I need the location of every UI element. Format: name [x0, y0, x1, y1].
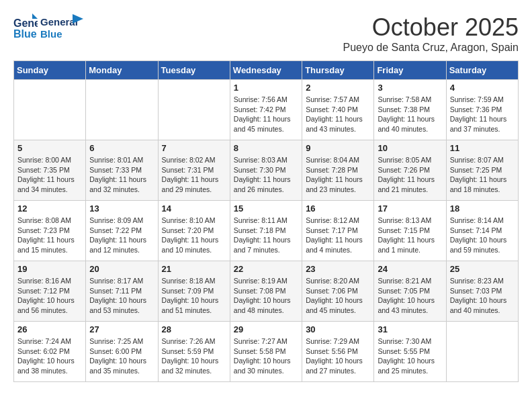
day-number: 1 [234, 83, 298, 93]
calendar-cell: 22Sunrise: 8:19 AM Sunset: 7:08 PM Dayli… [230, 261, 302, 322]
day-info: Sunrise: 8:14 AM Sunset: 7:14 PM Dayligh… [450, 216, 515, 255]
day-info: Sunrise: 8:07 AM Sunset: 7:25 PM Dayligh… [450, 155, 515, 195]
calendar-cell: 2Sunrise: 7:57 AM Sunset: 7:40 PM Daylig… [302, 80, 374, 140]
day-number: 30 [306, 324, 370, 334]
day-number: 14 [162, 203, 226, 214]
day-number: 29 [234, 324, 298, 334]
day-header-sunday: Sunday [14, 61, 86, 80]
day-number: 3 [378, 83, 442, 93]
logo-arrow-icon [73, 14, 83, 24]
week-row-4: 19Sunrise: 8:16 AM Sunset: 7:12 PM Dayli… [14, 261, 519, 322]
day-header-thursday: Thursday [302, 61, 374, 80]
calendar-cell: 15Sunrise: 8:11 AM Sunset: 7:18 PM Dayli… [230, 201, 302, 261]
day-number: 26 [17, 324, 82, 334]
day-info: Sunrise: 7:29 AM Sunset: 5:56 PM Dayligh… [306, 336, 370, 376]
calendar-cell: 20Sunrise: 8:17 AM Sunset: 7:11 PM Dayli… [86, 261, 158, 322]
day-number: 19 [17, 264, 82, 274]
location: Pueyo de Santa Cruz, Aragon, Spain [343, 42, 519, 54]
calendar-cell: 14Sunrise: 8:10 AM Sunset: 7:20 PM Dayli… [158, 201, 230, 261]
calendar-cell: 10Sunrise: 8:05 AM Sunset: 7:26 PM Dayli… [374, 140, 446, 201]
calendar-cell [446, 322, 518, 382]
calendar-cell: 5Sunrise: 8:00 AM Sunset: 7:35 PM Daylig… [14, 140, 86, 201]
day-number: 11 [450, 143, 515, 153]
calendar-cell: 12Sunrise: 8:08 AM Sunset: 7:23 PM Dayli… [14, 201, 86, 261]
calendar-cell: 26Sunrise: 7:24 AM Sunset: 6:02 PM Dayli… [14, 322, 86, 382]
day-info: Sunrise: 8:03 AM Sunset: 7:30 PM Dayligh… [234, 155, 298, 195]
calendar-body: 1Sunrise: 7:56 AM Sunset: 7:42 PM Daylig… [14, 80, 519, 382]
calendar-cell: 25Sunrise: 8:23 AM Sunset: 7:03 PM Dayli… [446, 261, 518, 322]
logo-line2: Blue [40, 28, 78, 40]
day-info: Sunrise: 7:27 AM Sunset: 5:58 PM Dayligh… [234, 336, 298, 376]
calendar-cell: 29Sunrise: 7:27 AM Sunset: 5:58 PM Dayli… [230, 322, 302, 382]
calendar-cell: 11Sunrise: 8:07 AM Sunset: 7:25 PM Dayli… [446, 140, 518, 201]
day-info: Sunrise: 8:04 AM Sunset: 7:28 PM Dayligh… [306, 155, 370, 195]
day-number: 8 [234, 143, 298, 153]
day-number: 24 [378, 264, 442, 274]
month-title: October 2025 [343, 13, 519, 42]
svg-text:General: General [13, 17, 38, 29]
day-info: Sunrise: 8:16 AM Sunset: 7:12 PM Dayligh… [17, 276, 82, 316]
day-info: Sunrise: 8:02 AM Sunset: 7:31 PM Dayligh… [162, 155, 226, 195]
day-info: Sunrise: 8:18 AM Sunset: 7:09 PM Dayligh… [162, 276, 226, 316]
day-info: Sunrise: 7:26 AM Sunset: 5:59 PM Dayligh… [162, 336, 226, 376]
day-info: Sunrise: 8:17 AM Sunset: 7:11 PM Dayligh… [89, 276, 154, 316]
day-number: 18 [450, 203, 515, 214]
day-number: 4 [450, 83, 515, 93]
day-number: 27 [89, 324, 154, 334]
calendar-cell [14, 80, 86, 140]
logo-icon: General Blue [13, 13, 38, 40]
week-row-3: 12Sunrise: 8:08 AM Sunset: 7:23 PM Dayli… [14, 201, 519, 261]
day-number: 22 [234, 264, 298, 274]
calendar-cell: 3Sunrise: 7:58 AM Sunset: 7:38 PM Daylig… [374, 80, 446, 140]
day-info: Sunrise: 8:01 AM Sunset: 7:33 PM Dayligh… [89, 155, 154, 195]
day-info: Sunrise: 7:30 AM Sunset: 5:55 PM Dayligh… [378, 336, 442, 376]
calendar-cell: 28Sunrise: 7:26 AM Sunset: 5:59 PM Dayli… [158, 322, 230, 382]
week-row-2: 5Sunrise: 8:00 AM Sunset: 7:35 PM Daylig… [14, 140, 519, 201]
day-info: Sunrise: 7:57 AM Sunset: 7:40 PM Dayligh… [306, 95, 370, 134]
day-number: 31 [378, 324, 442, 334]
day-info: Sunrise: 8:20 AM Sunset: 7:06 PM Dayligh… [306, 276, 370, 316]
day-number: 5 [17, 143, 82, 153]
calendar-cell: 6Sunrise: 8:01 AM Sunset: 7:33 PM Daylig… [86, 140, 158, 201]
svg-marker-3 [73, 14, 83, 24]
calendar-cell: 19Sunrise: 8:16 AM Sunset: 7:12 PM Dayli… [14, 261, 86, 322]
day-header-monday: Monday [86, 61, 158, 80]
day-number: 12 [17, 203, 82, 214]
day-number: 16 [306, 203, 370, 214]
day-info: Sunrise: 8:13 AM Sunset: 7:15 PM Dayligh… [378, 216, 442, 255]
day-number: 21 [162, 264, 226, 274]
day-number: 9 [306, 143, 370, 153]
day-number: 17 [378, 203, 442, 214]
calendar-cell: 17Sunrise: 8:13 AM Sunset: 7:15 PM Dayli… [374, 201, 446, 261]
day-info: Sunrise: 7:56 AM Sunset: 7:42 PM Dayligh… [234, 95, 298, 134]
calendar-cell: 18Sunrise: 8:14 AM Sunset: 7:14 PM Dayli… [446, 201, 518, 261]
day-number: 23 [306, 264, 370, 274]
day-info: Sunrise: 7:58 AM Sunset: 7:38 PM Dayligh… [378, 95, 442, 134]
day-number: 20 [89, 264, 154, 274]
day-info: Sunrise: 8:11 AM Sunset: 7:18 PM Dayligh… [234, 216, 298, 255]
day-number: 10 [378, 143, 442, 153]
calendar-cell: 8Sunrise: 8:03 AM Sunset: 7:30 PM Daylig… [230, 140, 302, 201]
svg-marker-2 [32, 13, 38, 19]
calendar-cell [158, 80, 230, 140]
day-header-friday: Friday [374, 61, 446, 80]
day-info: Sunrise: 8:08 AM Sunset: 7:23 PM Dayligh… [17, 216, 82, 255]
day-info: Sunrise: 8:10 AM Sunset: 7:20 PM Dayligh… [162, 216, 226, 255]
calendar-cell: 23Sunrise: 8:20 AM Sunset: 7:06 PM Dayli… [302, 261, 374, 322]
day-info: Sunrise: 8:12 AM Sunset: 7:17 PM Dayligh… [306, 216, 370, 255]
day-info: Sunrise: 7:59 AM Sunset: 7:36 PM Dayligh… [450, 95, 515, 134]
week-row-5: 26Sunrise: 7:24 AM Sunset: 6:02 PM Dayli… [14, 322, 519, 382]
calendar-cell: 13Sunrise: 8:09 AM Sunset: 7:22 PM Dayli… [86, 201, 158, 261]
week-row-1: 1Sunrise: 7:56 AM Sunset: 7:42 PM Daylig… [14, 80, 519, 140]
day-header-tuesday: Tuesday [158, 61, 230, 80]
day-number: 15 [234, 203, 298, 214]
days-header-row: SundayMondayTuesdayWednesdayThursdayFrid… [14, 61, 519, 80]
day-number: 7 [162, 143, 226, 153]
calendar-cell: 31Sunrise: 7:30 AM Sunset: 5:55 PM Dayli… [374, 322, 446, 382]
page-header: General Blue General Blue October 2025 P… [13, 13, 519, 54]
day-info: Sunrise: 8:23 AM Sunset: 7:03 PM Dayligh… [450, 276, 515, 316]
day-info: Sunrise: 8:19 AM Sunset: 7:08 PM Dayligh… [234, 276, 298, 316]
svg-text:Blue: Blue [13, 28, 37, 40]
calendar-cell: 30Sunrise: 7:29 AM Sunset: 5:56 PM Dayli… [302, 322, 374, 382]
day-number: 2 [306, 83, 370, 93]
